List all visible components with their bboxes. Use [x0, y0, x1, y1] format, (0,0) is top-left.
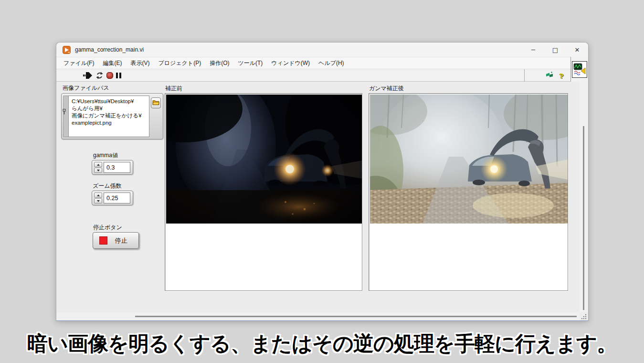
menu-window[interactable]: ウィンドウ(W) — [267, 58, 314, 69]
title-bar[interactable]: gamma_correction_main.vi ─ □ ✕ — [56, 43, 588, 57]
pause-button[interactable] — [116, 73, 121, 78]
run-continuously-button[interactable] — [95, 72, 104, 79]
down-arrow-icon — [97, 200, 100, 202]
stop-button-label: 停止ボタン — [93, 224, 122, 232]
zoom-spinner — [94, 192, 102, 203]
up-arrow-icon — [97, 194, 100, 196]
labview-window: gamma_correction_main.vi ─ □ ✕ ファイル(F) 編… — [56, 42, 589, 321]
file-path-label: 画像ファイルパス — [63, 84, 109, 92]
path-line: C:¥Users¥ttsui¥Desktop¥ — [72, 98, 148, 105]
path-line: らんがら用¥ — [72, 105, 148, 112]
close-button[interactable]: ✕ — [566, 43, 588, 57]
horizontal-scrollbar[interactable] — [56, 312, 580, 320]
desktop-background: gamma_correction_main.vi ─ □ ✕ ファイル(F) 編… — [0, 0, 644, 363]
menu-operate[interactable]: 操作(O) — [205, 58, 233, 69]
gamma-value-field[interactable]: 0.3 — [104, 162, 130, 173]
run-button[interactable] — [83, 72, 93, 79]
after-image-display[interactable] — [369, 93, 568, 291]
window-title: gamma_correction_main.vi — [75, 46, 144, 53]
file-path-value[interactable]: C:¥Users¥ttsui¥Desktop¥ らんがら用¥ 画像にガンマ補正を… — [68, 96, 149, 137]
menu-edit[interactable]: 編集(E) — [98, 58, 126, 69]
zoom-increment-button[interactable] — [94, 192, 102, 198]
up-arrow-icon — [97, 164, 100, 166]
menu-project[interactable]: プロジェクト(P) — [154, 58, 205, 69]
window-controls: ─ □ ✕ — [522, 43, 588, 57]
zoom-value-field[interactable]: 0.25 — [104, 192, 130, 203]
vertical-scrollbar-thumb[interactable] — [583, 126, 584, 310]
caption-text: 暗い画像を明るくする、またはその逆の処理を手軽に行えます。 — [0, 330, 644, 358]
before-image-label: 補正前 — [165, 85, 182, 93]
abort-button[interactable] — [106, 72, 113, 79]
front-panel: 画像ファイルパス C:¥Users¥ttsui¥Desktop¥ らんがら用¥ … — [56, 82, 588, 320]
minimize-button[interactable]: ─ — [522, 43, 544, 57]
cleanup-icon[interactable] — [546, 72, 554, 80]
labview-logo-icon — [63, 46, 71, 54]
stop-button-text: 停止 — [107, 236, 138, 245]
toolbar-separator — [524, 69, 525, 82]
path-line: examplepict.png — [72, 119, 148, 127]
zoom-decrement-button[interactable] — [94, 198, 102, 203]
down-arrow-icon — [97, 170, 100, 171]
stop-button[interactable]: 停止 — [93, 232, 139, 249]
menu-view[interactable]: 表示(V) — [126, 58, 154, 69]
vertical-scrollbar[interactable] — [580, 82, 588, 312]
toolbar: ? — [56, 69, 570, 82]
image-file-path-control[interactable]: C:¥Users¥ttsui¥Desktop¥ らんがら用¥ 画像にガンマ補正を… — [61, 93, 163, 139]
menu-file[interactable]: ファイル(F) — [59, 58, 98, 69]
resize-grip[interactable] — [581, 314, 587, 319]
after-image-label: ガンマ補正後 — [369, 85, 404, 93]
vi-icon-pane — [570, 57, 588, 82]
path-symbol-icon — [62, 108, 66, 117]
menu-help[interactable]: ヘルプ(H) — [314, 58, 348, 69]
stop-square-icon — [99, 236, 107, 245]
maximize-button[interactable]: □ — [544, 43, 566, 57]
gamma-decrement-button[interactable] — [94, 168, 102, 173]
gamma-control: 0.3 — [92, 160, 133, 175]
gamma-label: gamma値 — [93, 151, 118, 160]
context-help-icon[interactable]: ? — [560, 72, 564, 80]
after-photo — [370, 95, 568, 224]
menu-tools[interactable]: ツール(T) — [233, 58, 267, 69]
menu-bar: ファイル(F) 編集(E) 表示(V) プロジェクト(P) 操作(O) ツール(… — [56, 57, 570, 69]
before-photo — [166, 95, 362, 224]
zoom-factor-control: 0.25 — [92, 191, 133, 205]
gamma-spinner — [94, 162, 102, 173]
horizontal-scrollbar-thumb[interactable] — [135, 316, 577, 317]
zoom-factor-label: ズーム係数 — [93, 182, 122, 190]
folder-icon — [152, 99, 159, 107]
gamma-increment-button[interactable] — [94, 162, 102, 167]
before-image-display[interactable] — [165, 93, 362, 291]
path-line: 画像にガンマ補正をかける¥ — [72, 112, 148, 119]
browse-button[interactable] — [151, 97, 161, 108]
vi-icon[interactable] — [572, 61, 587, 78]
